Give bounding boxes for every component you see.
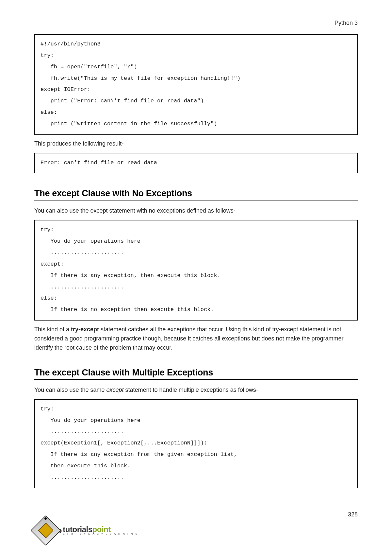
heading-keyword: except [52,188,79,198]
para-multiple-exceptions-intro: You can also use the same except stateme… [34,386,358,395]
logo-text: tutorialspoint S I M P L Y E A S Y L E A… [63,525,138,536]
para-no-exceptions-explain: This kind of a try-except statement catc… [34,325,358,353]
italic-except: except [106,387,123,393]
page-number: 328 [348,511,358,518]
text: This kind of a [34,326,71,333]
para-result-intro: This produces the following result- [34,139,358,148]
heading-except-no-exceptions: The except Clause with No Exceptions [34,188,358,200]
bold-try-except: try-except [71,326,99,333]
tutorialspoint-logo: › tutorialspoint S I M P L Y E A S Y L E… [34,519,139,542]
heading-except-multiple-exceptions: The except Clause with Multiple Exceptio… [34,368,358,380]
heading-prefix: The [34,188,52,198]
heading-suffix: Clause with Multiple Exceptions [79,368,213,377]
header-title: Python 3 [335,20,358,26]
text: You can also use the same [34,387,106,393]
heading-keyword: except [52,368,79,377]
heading-prefix: The [34,368,52,377]
heading-suffix: Clause with No Exceptions [79,188,192,198]
code-block-no-exceptions: try: You do your operations here .......… [34,220,358,321]
page-content: #!/usr/bin/python3 try: fh = open("testf… [34,34,358,488]
code-block-1: #!/usr/bin/python3 try: fh = open("testf… [34,34,358,135]
code-block-output: Error: can't find file or read data [34,153,358,174]
logo-mark-icon [34,519,57,542]
page: Python 3 #!/usr/bin/python3 try: fh = op… [0,0,392,555]
para-no-exceptions-intro: You can also use the except statement wi… [34,206,358,216]
logo-tagline: S I M P L Y E A S Y L E A R N I N G [63,533,138,536]
code-block-multiple-exceptions: try: You do your operations here .......… [34,399,358,488]
text: statement to handle multiple exceptions … [124,387,258,393]
